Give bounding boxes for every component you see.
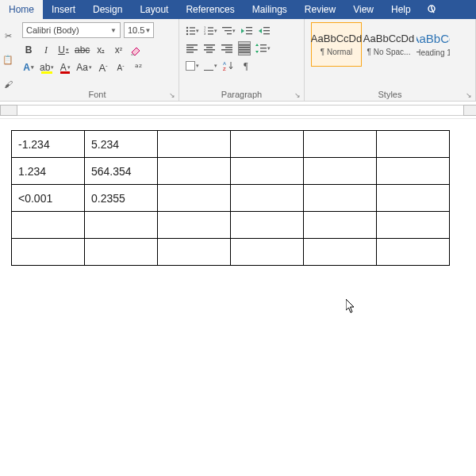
- ruler-margin-left: [0, 105, 17, 116]
- tab-mailings[interactable]: Mailings: [244, 0, 296, 19]
- tab-view[interactable]: View: [344, 0, 382, 19]
- superscript-button[interactable]: x²: [112, 43, 125, 57]
- table-cell[interactable]: [304, 185, 377, 212]
- font-color-button[interactable]: A▾: [59, 60, 71, 75]
- document-page[interactable]: -1.234 5.234 1.234 564.354 <0.001 0.2355: [0, 119, 476, 277]
- table-cell[interactable]: -1.234: [12, 131, 85, 158]
- svg-rect-33: [225, 52, 232, 53]
- table-cell[interactable]: [12, 239, 85, 266]
- group-font: Calibri (Body) ▼ 10.5 ▼ B I U▾ abc x₂ x²…: [16, 19, 179, 101]
- subscript-button[interactable]: x₂: [94, 43, 107, 57]
- tab-design[interactable]: Design: [84, 0, 131, 19]
- align-justify-button[interactable]: [238, 41, 251, 56]
- strikethrough-button[interactable]: abc: [75, 43, 90, 57]
- table-cell[interactable]: [304, 131, 377, 158]
- table-cell[interactable]: 0.2355: [85, 185, 158, 212]
- tab-help[interactable]: Help: [382, 0, 420, 19]
- decrease-indent-button[interactable]: [240, 24, 253, 38]
- table-cell[interactable]: [231, 131, 304, 158]
- multilevel-list-button[interactable]: ▾: [222, 24, 236, 38]
- align-left-button[interactable]: [186, 41, 198, 56]
- table-cell[interactable]: [85, 239, 158, 266]
- style-normal[interactable]: AaBbCcDd ¶ Normal: [311, 22, 362, 67]
- format-painter-icon[interactable]: 🖌: [4, 79, 13, 89]
- style-no-spacing[interactable]: AaBbCcDd ¶ No Spac...: [363, 22, 414, 67]
- svg-rect-27: [206, 47, 213, 48]
- group-styles: AaBbCcDd ¶ Normal AaBbCcDd ¶ No Spac... …: [305, 19, 476, 101]
- table-cell[interactable]: [377, 131, 450, 158]
- table-cell[interactable]: 1.234: [12, 158, 85, 185]
- tab-insert[interactable]: Insert: [43, 0, 84, 19]
- table-row[interactable]: 1.234 564.354: [12, 158, 450, 185]
- table-cell[interactable]: [158, 239, 231, 266]
- grow-font-button[interactable]: Aˆ: [97, 60, 109, 75]
- underline-button[interactable]: U▾: [57, 43, 70, 57]
- tab-home[interactable]: Home: [0, 0, 43, 19]
- table-cell[interactable]: [377, 239, 450, 266]
- clear-formatting-button[interactable]: [129, 43, 142, 57]
- table-row[interactable]: [12, 212, 450, 239]
- cut-icon[interactable]: ✂: [5, 31, 12, 41]
- document-table[interactable]: -1.234 5.234 1.234 564.354 <0.001 0.2355: [11, 130, 450, 266]
- table-cell[interactable]: 564.354: [85, 158, 158, 185]
- bullets-button[interactable]: ▾: [186, 24, 199, 38]
- svg-rect-28: [204, 49, 215, 51]
- align-right-button[interactable]: [221, 41, 233, 56]
- table-cell[interactable]: [377, 185, 450, 212]
- svg-rect-14: [225, 30, 232, 31]
- show-marks-button[interactable]: ¶: [240, 59, 252, 73]
- table-row[interactable]: -1.234 5.234: [12, 131, 450, 158]
- table-cell[interactable]: [158, 131, 231, 158]
- table-cell[interactable]: [304, 158, 377, 185]
- svg-rect-20: [263, 30, 270, 31]
- table-row[interactable]: [12, 239, 450, 266]
- table-cell[interactable]: <0.001: [12, 185, 85, 212]
- highlight-button[interactable]: ab▾: [40, 60, 54, 75]
- tab-references[interactable]: References: [177, 0, 243, 19]
- borders-button[interactable]: ▾: [204, 59, 217, 73]
- font-dialog-launcher[interactable]: ↘: [169, 91, 175, 99]
- table-cell[interactable]: [85, 212, 158, 239]
- table-row[interactable]: <0.001 0.2355: [12, 185, 450, 212]
- clipboard-icon[interactable]: 📋: [2, 55, 13, 65]
- svg-rect-31: [225, 47, 232, 48]
- sort-button[interactable]: AZ: [222, 59, 235, 73]
- table-cell[interactable]: [231, 158, 304, 185]
- font-size-value: 10.5: [128, 25, 144, 35]
- align-center-button[interactable]: [203, 41, 216, 56]
- table-cell[interactable]: [158, 212, 231, 239]
- styles-dialog-launcher[interactable]: ↘: [466, 91, 472, 99]
- increase-indent-button[interactable]: [258, 24, 271, 38]
- svg-point-1: [186, 27, 188, 29]
- font-name-value: Calibri (Body): [26, 25, 79, 35]
- shrink-font-button[interactable]: Aˇ: [114, 60, 127, 75]
- table-cell[interactable]: [158, 158, 231, 185]
- text-effects-button[interactable]: A▾: [22, 60, 35, 75]
- line-spacing-button[interactable]: ▾: [255, 41, 271, 56]
- table-cell[interactable]: [231, 239, 304, 266]
- change-case-button[interactable]: Aa▾: [76, 60, 92, 75]
- table-cell[interactable]: [231, 185, 304, 212]
- tell-me-icon[interactable]: [420, 0, 442, 19]
- paragraph-dialog-launcher[interactable]: ↘: [294, 91, 301, 99]
- table-cell[interactable]: [231, 212, 304, 239]
- numbering-button[interactable]: 123▾: [204, 24, 217, 38]
- ruler[interactable]: [0, 102, 476, 119]
- tab-layout[interactable]: Layout: [131, 0, 177, 19]
- tab-review[interactable]: Review: [296, 0, 344, 19]
- table-cell[interactable]: 5.234: [85, 131, 158, 158]
- table-cell[interactable]: [304, 212, 377, 239]
- style-heading-1[interactable]: AaBbCc Heading 1: [416, 22, 451, 67]
- font-size-combo[interactable]: 10.5 ▼: [124, 22, 154, 38]
- table-cell[interactable]: [158, 185, 231, 212]
- table-cell[interactable]: [12, 212, 85, 239]
- italic-button[interactable]: I: [40, 43, 52, 57]
- table-cell[interactable]: [304, 239, 377, 266]
- shading-button[interactable]: ▾: [186, 59, 199, 73]
- phonetic-guide-button[interactable]: ᵃᶻ: [132, 60, 144, 75]
- font-name-combo[interactable]: Calibri (Body) ▼: [22, 22, 121, 38]
- table-cell[interactable]: [377, 212, 450, 239]
- table-cell[interactable]: [377, 158, 450, 185]
- bold-button[interactable]: B: [22, 43, 35, 57]
- styles-gallery[interactable]: AaBbCcDd ¶ Normal AaBbCcDd ¶ No Spac... …: [311, 22, 469, 67]
